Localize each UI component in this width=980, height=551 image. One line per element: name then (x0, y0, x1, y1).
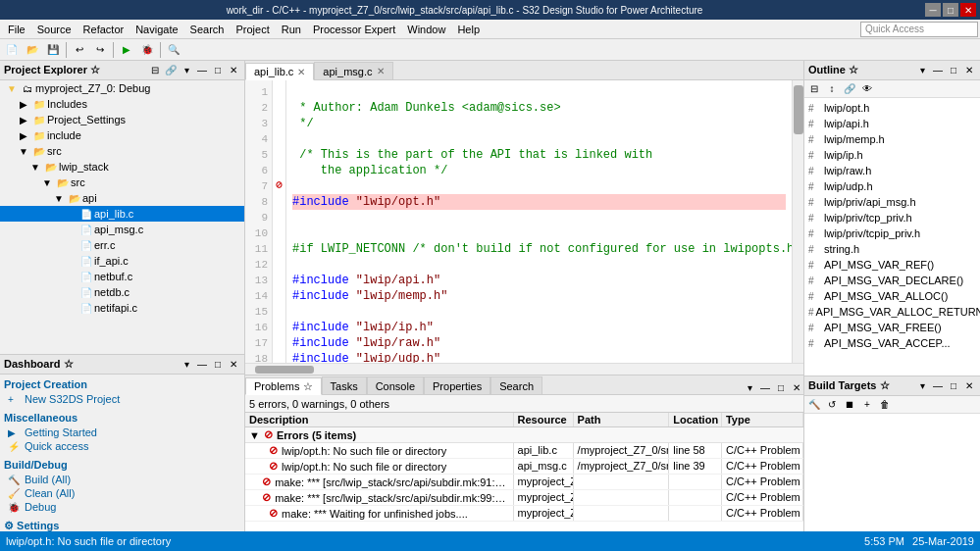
menu-source[interactable]: Source (31, 23, 77, 36)
menu-processor-expert[interactable]: Processor Expert (307, 23, 401, 36)
outline-close-btn[interactable]: ✕ (962, 64, 976, 77)
tree-item-netifapi[interactable]: 📄 netifapi.c (0, 300, 244, 316)
maximize-button[interactable]: □ (943, 3, 958, 17)
menu-help[interactable]: Help (451, 23, 486, 36)
error-row-3[interactable]: ⊘ make: *** [src/lwip_stack/src/api/subd… (245, 475, 803, 490)
menu-navigate[interactable]: Navigate (129, 23, 183, 36)
dash-item-clean-all[interactable]: 🧹 Clean (All) (4, 486, 240, 500)
menu-run[interactable]: Run (276, 23, 307, 36)
maximize-panel-button[interactable]: □ (211, 64, 225, 77)
close-panel-button[interactable]: ✕ (227, 64, 240, 77)
menu-search[interactable]: Search (184, 23, 231, 36)
tree-item-lwip-stack[interactable]: ▼ 📂 lwip_stack (0, 159, 244, 175)
dashboard-menu-btn[interactable]: ▾ (180, 358, 193, 372)
tree-item-api-folder[interactable]: ▼ 📂 api (0, 190, 244, 206)
bt-stop-btn[interactable]: ⏹ (842, 398, 857, 412)
bt-rebuild-btn[interactable]: ↺ (824, 398, 840, 412)
minimize-panel-button[interactable]: — (195, 64, 209, 77)
bt-min-btn[interactable]: — (931, 379, 945, 393)
outline-item-api-msg[interactable]: # lwip/priv/api_msg.h (806, 194, 978, 210)
bt-close-btn[interactable]: ✕ (962, 379, 976, 393)
tab-properties[interactable]: Properties (424, 376, 490, 394)
error-row-1[interactable]: ⊘ lwip/opt.h: No such file or directory … (245, 443, 803, 459)
collapse-all-button[interactable]: ⊟ (148, 64, 162, 77)
bt-build-btn[interactable]: 🔨 (806, 398, 822, 412)
problems-close-btn[interactable]: ✕ (790, 380, 803, 394)
problems-max-btn[interactable]: □ (774, 380, 788, 394)
editor-vscrollbar[interactable] (792, 80, 803, 363)
tree-item-myproject[interactable]: ▼ 🗂 myproject_Z7_0: Debug (0, 80, 244, 96)
outline-sort-btn[interactable]: ↕ (824, 82, 840, 96)
dash-item-debug[interactable]: 🐞 Debug (4, 500, 240, 514)
dashboard-min-btn[interactable]: — (195, 358, 209, 372)
menu-project[interactable]: Project (230, 23, 275, 36)
error-row-5[interactable]: ⊘ make: *** Waiting for unfinished jobs.… (245, 506, 803, 522)
bt-add-btn[interactable]: + (859, 398, 875, 412)
code-content[interactable]: * Author: Adam Dunkels <adam@sics.se> */… (286, 80, 792, 363)
tree-item-includes[interactable]: ▶ 📁 Includes (0, 96, 244, 112)
outline-hide-btn[interactable]: 👁 (859, 82, 875, 96)
minimize-button[interactable]: ─ (925, 3, 941, 17)
dash-item-build-all[interactable]: 🔨 Build (All) (4, 473, 240, 486)
dash-item-new-project[interactable]: + New S32DS Project (4, 392, 240, 406)
tree-item-project-settings[interactable]: ▶ 📁 Project_Settings (0, 112, 244, 127)
tab-search[interactable]: Search (490, 376, 542, 394)
editor-area[interactable]: 1 2 3 4 5 6 7 8 9 10 11 12 13 14 15 16 1 (245, 80, 803, 363)
tree-item-include[interactable]: ▶ 📁 include (0, 127, 244, 143)
outline-item-ip[interactable]: # lwip/ip.h (806, 147, 978, 163)
editor-scroll-thumb[interactable] (794, 85, 803, 134)
tb-new[interactable]: 📄 (2, 41, 22, 59)
dash-item-quick-access[interactable]: ⚡ Quick access (4, 439, 240, 453)
tree-item-api-lib[interactable]: 📄 api_lib.c (0, 206, 244, 222)
outline-item-var-ref[interactable]: # API_MSG_VAR_REF() (806, 257, 978, 273)
menu-refactor[interactable]: Refactor (77, 23, 130, 36)
outline-item-var-decl[interactable]: # API_MSG_VAR_DECLARE() (806, 273, 978, 288)
tb-save[interactable]: 💾 (43, 41, 63, 59)
error-row-4[interactable]: ⊘ make: *** [src/lwip_stack/src/api/subd… (245, 490, 803, 506)
tb-debug[interactable]: 🐞 (137, 41, 157, 59)
tree-item-src[interactable]: ▼ 📂 src (0, 143, 244, 159)
bt-menu-btn[interactable]: ▾ (915, 379, 929, 393)
outline-item-var-free[interactable]: # API_MSG_VAR_FREE() (806, 320, 978, 335)
outline-item-var-alloc-ret[interactable]: # API_MSG_VAR_ALLOC_RETURN_I (806, 304, 978, 320)
outline-item-api[interactable]: # lwip/api.h (806, 116, 978, 131)
outline-max-btn[interactable]: □ (947, 64, 960, 77)
dash-item-getting-started[interactable]: ▶ Getting Started (4, 426, 240, 439)
outline-item-tcp-priv[interactable]: # lwip/priv/tcp_priv.h (806, 210, 978, 225)
tb-redo[interactable]: ↪ (90, 41, 110, 59)
tree-item-if-api[interactable]: 📄 if_api.c (0, 253, 244, 269)
outline-item-memp[interactable]: # lwip/memp.h (806, 131, 978, 147)
close-button[interactable]: ✕ (960, 3, 976, 17)
tree-item-netbuf[interactable]: 📄 netbuf.c (0, 269, 244, 284)
tab-tasks[interactable]: Tasks (322, 376, 367, 394)
tab-api-msg[interactable]: api_msg.c ✕ (314, 62, 392, 79)
tb-search[interactable]: 🔍 (164, 41, 183, 59)
outline-menu-btn[interactable]: ▾ (915, 64, 929, 77)
panel-menu-button[interactable]: ▾ (180, 64, 193, 77)
editor-hscrollbar[interactable] (245, 363, 803, 375)
dashboard-max-btn[interactable]: □ (211, 358, 225, 372)
errors-group[interactable]: ▼ ⊘ Errors (5 items) (245, 427, 803, 443)
tab-api-lib[interactable]: api_lib.c ✕ (245, 63, 314, 80)
outline-item-tcpip-priv[interactable]: # lwip/priv/tcpip_priv.h (806, 225, 978, 241)
tab-api-msg-close[interactable]: ✕ (377, 66, 385, 76)
bt-delete-btn[interactable]: 🗑 (877, 398, 893, 412)
tb-build[interactable]: ▶ (117, 41, 136, 59)
menu-window[interactable]: Window (401, 23, 451, 36)
menu-file[interactable]: File (2, 23, 31, 36)
tab-console[interactable]: Console (367, 376, 424, 394)
tb-undo[interactable]: ↩ (70, 41, 89, 59)
tree-item-api-msg[interactable]: 📄 api_msg.c (0, 222, 244, 237)
outline-collapse-btn[interactable]: ⊟ (806, 82, 822, 96)
editor-hscroll-thumb[interactable] (255, 366, 314, 374)
tb-open[interactable]: 📂 (23, 41, 42, 59)
outline-item-udp[interactable]: # lwip/udp.h (806, 178, 978, 194)
outline-link-btn[interactable]: 🔗 (842, 82, 857, 96)
link-editor-button[interactable]: 🔗 (164, 64, 178, 77)
outline-item-var-accep[interactable]: # API_MSG_VAR_ACCEP... (806, 335, 978, 351)
outline-item-opt[interactable]: # lwip/opt.h (806, 100, 978, 116)
tree-item-err[interactable]: 📄 err.c (0, 237, 244, 253)
errors-group-expand[interactable]: ▼ (249, 429, 260, 441)
outline-min-btn[interactable]: — (931, 64, 945, 77)
outline-item-string[interactable]: # string.h (806, 241, 978, 257)
